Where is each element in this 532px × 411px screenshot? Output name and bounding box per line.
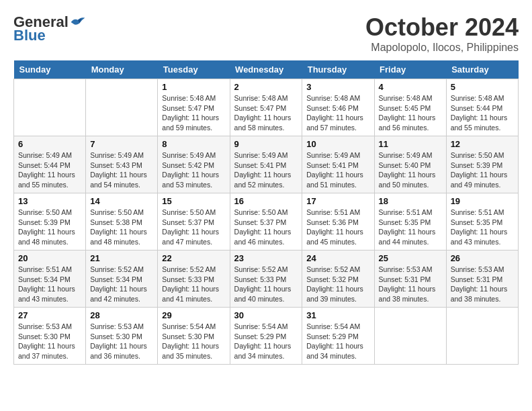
day-number: 12	[451, 139, 514, 149]
day-number: 14	[90, 196, 153, 206]
day-number: 27	[18, 310, 81, 320]
calendar-cell: 3Sunrise: 5:48 AMSunset: 5:46 PMDaylight…	[302, 79, 374, 136]
day-number: 26	[451, 253, 514, 263]
day-info: Sunrise: 5:54 AMSunset: 5:30 PMDaylight:…	[162, 322, 225, 361]
day-number: 1	[162, 82, 225, 92]
day-number: 31	[306, 310, 369, 320]
day-info: Sunrise: 5:54 AMSunset: 5:29 PMDaylight:…	[306, 322, 369, 361]
day-info: Sunrise: 5:51 AMSunset: 5:35 PMDaylight:…	[451, 208, 514, 247]
day-info: Sunrise: 5:52 AMSunset: 5:34 PMDaylight:…	[90, 265, 153, 304]
day-number: 11	[379, 139, 442, 149]
calendar-day-header: Tuesday	[158, 60, 230, 79]
calendar-cell: 26Sunrise: 5:53 AMSunset: 5:31 PMDayligh…	[446, 250, 518, 308]
calendar-cell: 29Sunrise: 5:54 AMSunset: 5:30 PMDayligh…	[158, 308, 230, 365]
day-number: 23	[234, 253, 298, 263]
calendar-cell: 12Sunrise: 5:50 AMSunset: 5:39 PMDayligh…	[446, 136, 518, 193]
calendar-cell: 30Sunrise: 5:54 AMSunset: 5:29 PMDayligh…	[230, 308, 302, 365]
calendar-cell	[446, 308, 518, 365]
calendar-cell: 21Sunrise: 5:52 AMSunset: 5:34 PMDayligh…	[86, 250, 158, 308]
day-number: 9	[234, 139, 298, 149]
calendar-cell: 4Sunrise: 5:48 AMSunset: 5:45 PMDaylight…	[374, 79, 446, 136]
day-info: Sunrise: 5:49 AMSunset: 5:42 PMDaylight:…	[162, 150, 225, 190]
calendar-cell: 8Sunrise: 5:49 AMSunset: 5:42 PMDaylight…	[158, 136, 230, 193]
calendar-cell: 17Sunrise: 5:51 AMSunset: 5:36 PMDayligh…	[302, 193, 374, 250]
day-number: 29	[162, 310, 225, 320]
calendar-header-row: SundayMondayTuesdayWednesdayThursdayFrid…	[14, 60, 519, 79]
day-info: Sunrise: 5:49 AMSunset: 5:44 PMDaylight:…	[18, 150, 81, 190]
day-number: 15	[162, 196, 225, 206]
calendar-day-header: Friday	[374, 60, 446, 79]
day-number: 28	[90, 310, 153, 320]
day-number: 21	[90, 253, 153, 263]
calendar-cell: 19Sunrise: 5:51 AMSunset: 5:35 PMDayligh…	[446, 193, 518, 250]
day-info: Sunrise: 5:50 AMSunset: 5:37 PMDaylight:…	[234, 208, 298, 247]
day-number: 5	[451, 82, 514, 92]
location: Mapolopolo, Ilocos, Philippines	[365, 42, 519, 54]
day-info: Sunrise: 5:50 AMSunset: 5:37 PMDaylight:…	[162, 208, 225, 247]
day-info: Sunrise: 5:50 AMSunset: 5:39 PMDaylight:…	[451, 150, 514, 190]
calendar-cell: 2Sunrise: 5:48 AMSunset: 5:47 PMDaylight…	[230, 79, 302, 136]
calendar-cell: 18Sunrise: 5:51 AMSunset: 5:35 PMDayligh…	[374, 193, 446, 250]
day-info: Sunrise: 5:49 AMSunset: 5:41 PMDaylight:…	[234, 150, 298, 190]
title-area: October 2024 Mapolopolo, Ilocos, Philipp…	[365, 13, 519, 54]
logo: General Blue	[13, 13, 86, 44]
calendar-week-row: 1Sunrise: 5:48 AMSunset: 5:47 PMDaylight…	[14, 79, 519, 136]
calendar-cell: 7Sunrise: 5:49 AMSunset: 5:43 PMDaylight…	[86, 136, 158, 193]
day-number: 6	[18, 139, 81, 149]
calendar-cell: 1Sunrise: 5:48 AMSunset: 5:47 PMDaylight…	[158, 79, 230, 136]
calendar-cell: 20Sunrise: 5:51 AMSunset: 5:34 PMDayligh…	[14, 250, 86, 308]
calendar-day-header: Thursday	[302, 60, 374, 79]
day-info: Sunrise: 5:52 AMSunset: 5:32 PMDaylight:…	[306, 265, 369, 304]
day-number: 24	[306, 253, 369, 263]
day-info: Sunrise: 5:48 AMSunset: 5:45 PMDaylight:…	[379, 93, 442, 133]
day-info: Sunrise: 5:53 AMSunset: 5:30 PMDaylight:…	[90, 322, 153, 361]
calendar-week-row: 27Sunrise: 5:53 AMSunset: 5:30 PMDayligh…	[14, 308, 519, 365]
calendar-cell: 27Sunrise: 5:53 AMSunset: 5:30 PMDayligh…	[14, 308, 86, 365]
day-number: 30	[234, 310, 298, 320]
calendar-week-row: 13Sunrise: 5:50 AMSunset: 5:39 PMDayligh…	[14, 193, 519, 250]
day-info: Sunrise: 5:54 AMSunset: 5:29 PMDaylight:…	[234, 322, 298, 361]
calendar-cell: 24Sunrise: 5:52 AMSunset: 5:32 PMDayligh…	[302, 250, 374, 308]
day-info: Sunrise: 5:52 AMSunset: 5:33 PMDaylight:…	[162, 265, 225, 304]
day-info: Sunrise: 5:51 AMSunset: 5:35 PMDaylight:…	[379, 208, 442, 247]
day-info: Sunrise: 5:49 AMSunset: 5:43 PMDaylight:…	[90, 150, 153, 190]
calendar-cell	[374, 308, 446, 365]
calendar-week-row: 20Sunrise: 5:51 AMSunset: 5:34 PMDayligh…	[14, 250, 519, 308]
day-number: 13	[18, 196, 81, 206]
calendar-cell: 14Sunrise: 5:50 AMSunset: 5:38 PMDayligh…	[86, 193, 158, 250]
day-number: 20	[18, 253, 81, 263]
calendar-cell: 11Sunrise: 5:49 AMSunset: 5:40 PMDayligh…	[374, 136, 446, 193]
logo-blue-text: Blue	[13, 27, 46, 44]
day-number: 10	[306, 139, 369, 149]
calendar-cell: 16Sunrise: 5:50 AMSunset: 5:37 PMDayligh…	[230, 193, 302, 250]
day-info: Sunrise: 5:48 AMSunset: 5:46 PMDaylight:…	[306, 93, 369, 133]
calendar-day-header: Monday	[86, 60, 158, 79]
day-info: Sunrise: 5:52 AMSunset: 5:33 PMDaylight:…	[234, 265, 298, 304]
day-number: 7	[90, 139, 153, 149]
calendar-cell: 25Sunrise: 5:53 AMSunset: 5:31 PMDayligh…	[374, 250, 446, 308]
calendar-day-header: Wednesday	[230, 60, 302, 79]
day-info: Sunrise: 5:50 AMSunset: 5:39 PMDaylight:…	[18, 208, 81, 247]
day-number: 22	[162, 253, 225, 263]
calendar-cell: 15Sunrise: 5:50 AMSunset: 5:37 PMDayligh…	[158, 193, 230, 250]
day-info: Sunrise: 5:50 AMSunset: 5:38 PMDaylight:…	[90, 208, 153, 247]
calendar-cell: 13Sunrise: 5:50 AMSunset: 5:39 PMDayligh…	[14, 193, 86, 250]
day-info: Sunrise: 5:48 AMSunset: 5:47 PMDaylight:…	[162, 93, 225, 133]
day-info: Sunrise: 5:51 AMSunset: 5:34 PMDaylight:…	[18, 265, 81, 304]
calendar-cell: 5Sunrise: 5:48 AMSunset: 5:44 PMDaylight…	[446, 79, 518, 136]
day-number: 3	[306, 82, 369, 92]
calendar-cell: 28Sunrise: 5:53 AMSunset: 5:30 PMDayligh…	[86, 308, 158, 365]
page-header: General Blue October 2024 Mapolopolo, Il…	[13, 13, 519, 54]
calendar-day-header: Sunday	[14, 60, 86, 79]
logo-bird-icon	[70, 15, 86, 29]
day-number: 2	[234, 82, 298, 92]
day-number: 8	[162, 139, 225, 149]
calendar-cell: 10Sunrise: 5:49 AMSunset: 5:41 PMDayligh…	[302, 136, 374, 193]
day-number: 4	[379, 82, 442, 92]
day-info: Sunrise: 5:53 AMSunset: 5:31 PMDaylight:…	[379, 265, 442, 304]
day-info: Sunrise: 5:49 AMSunset: 5:40 PMDaylight:…	[379, 150, 442, 190]
calendar-cell	[86, 79, 158, 136]
day-info: Sunrise: 5:49 AMSunset: 5:41 PMDaylight:…	[306, 150, 369, 190]
day-number: 19	[451, 196, 514, 206]
calendar-day-header: Saturday	[446, 60, 518, 79]
